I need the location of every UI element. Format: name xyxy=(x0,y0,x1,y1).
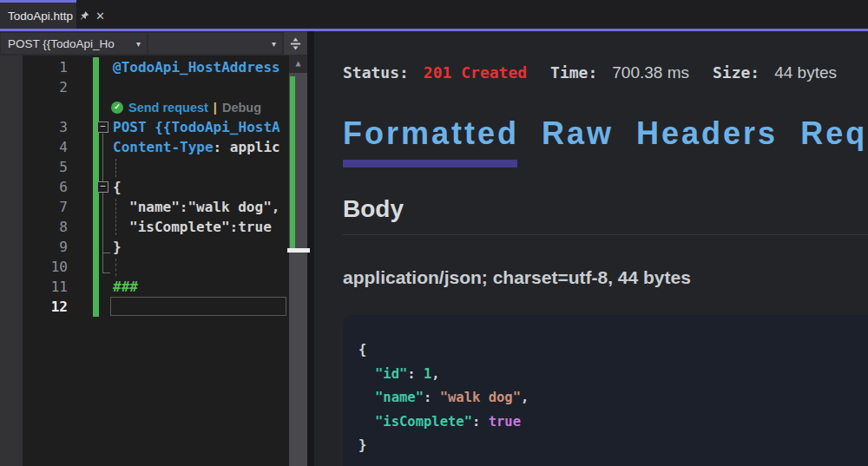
request-selector-dropdown[interactable]: POST {{TodoApi_Ho ▾ xyxy=(1,33,147,54)
code-text: } xyxy=(113,237,122,257)
tab-formatted[interactable]: Formatted xyxy=(343,115,519,163)
time-label: Time: xyxy=(550,63,597,82)
json-line: } xyxy=(358,434,868,458)
line-number: 4 xyxy=(0,137,68,157)
line-number: 8 xyxy=(0,217,68,237)
editor-line: 10 xyxy=(0,257,286,277)
editor-line: 6 − { xyxy=(0,177,286,197)
fold-collapse-icon[interactable]: − xyxy=(97,181,108,193)
code-text: @TodoApi_HostAddress xyxy=(113,57,280,77)
json-boolean: true xyxy=(489,414,521,430)
line-number: 2 xyxy=(0,77,68,97)
code-text: "isComplete":true xyxy=(129,217,272,237)
fold-collapse-icon[interactable]: − xyxy=(97,121,108,133)
code-text: POST {{TodoApi_HostA xyxy=(113,117,280,137)
scroll-up-icon[interactable]: ▲ xyxy=(289,58,307,68)
scrollbar-caret-marker xyxy=(287,248,310,253)
line-number: 3 xyxy=(0,117,68,137)
debug-link[interactable]: Debug xyxy=(222,101,261,115)
code-text: { xyxy=(113,177,122,197)
tab-title: TodoApi.http xyxy=(8,10,73,23)
chevron-down-icon: ▾ xyxy=(136,39,141,49)
response-tabs: Formatted Raw Headers Request xyxy=(343,115,868,163)
content-type-summary: application/json; charset=utf-8, 44 byte… xyxy=(343,267,691,288)
line-number: 7 xyxy=(0,197,68,217)
code-text: "name":"walk dog", xyxy=(129,197,279,217)
status-label: Status: xyxy=(343,63,409,82)
editor-line: 7 "name":"walk dog", xyxy=(0,197,286,217)
json-string: "walk dog" xyxy=(440,390,521,405)
line-number: 5 xyxy=(0,157,68,177)
json-line: "id": 1, xyxy=(358,363,868,387)
status-value: 201 Created xyxy=(424,63,527,82)
line-number: 10 xyxy=(0,257,68,277)
current-line-indicator xyxy=(110,297,286,316)
http-file-editor[interactable]: 1 @TodoApi_HostAddress 2 ✓ Send request … xyxy=(0,56,307,466)
size-value: 44 bytes xyxy=(774,63,837,82)
tab-strip: TodoApi.http ✕ xyxy=(0,0,868,29)
editor-line: 11 ### xyxy=(0,277,286,297)
close-icon[interactable]: ✕ xyxy=(95,10,105,22)
split-view-button[interactable] xyxy=(284,32,307,55)
time-value: 700.38 ms xyxy=(612,63,689,82)
codelens-separator: | xyxy=(214,101,217,115)
request-selector-value: POST {{TodoApi_Ho xyxy=(8,37,115,50)
header-value: : applic xyxy=(214,139,280,155)
line-number-current: 12 xyxy=(0,297,68,317)
line-number: 9 xyxy=(0,237,68,257)
editor-line: 2 xyxy=(0,77,286,97)
code-text: ### xyxy=(113,277,138,297)
editor-line: 9 } xyxy=(0,237,286,257)
split-view-icon xyxy=(289,37,302,50)
json-key: "isComplete" xyxy=(375,414,472,430)
codelens-row: ✓ Send request | Debug xyxy=(0,97,286,117)
editor-line: 1 @TodoApi_HostAddress xyxy=(0,57,286,77)
tab-todoapi-http[interactable]: TodoApi.http ✕ xyxy=(0,0,76,29)
header-name: Content-Type xyxy=(113,139,214,155)
line-number: 6 xyxy=(0,177,68,197)
json-key: "name" xyxy=(375,390,424,405)
http-editor-toolbar: POST {{TodoApi_Ho ▾ ▾ xyxy=(0,31,307,56)
environment-selector-dropdown[interactable]: ▾ xyxy=(148,33,282,54)
editor-line: 3 − POST {{TodoApi_HostA xyxy=(0,117,286,137)
json-line: { xyxy=(358,338,868,363)
json-line: "isComplete": true xyxy=(358,410,868,435)
chevron-down-icon: ▾ xyxy=(272,39,276,49)
line-number: 1 xyxy=(0,57,68,77)
check-circle-icon: ✓ xyxy=(111,102,123,114)
size-label: Size: xyxy=(713,63,760,82)
send-request-link[interactable]: Send request xyxy=(128,101,208,115)
json-key: "id" xyxy=(375,366,407,382)
response-status-row: Status: 201 Created Time: 700.38 ms Size… xyxy=(343,63,837,82)
pin-icon[interactable] xyxy=(79,10,89,21)
json-line: "name": "walk dog", xyxy=(358,386,868,410)
json-number: 1 xyxy=(424,366,431,382)
editor-line: 4 Content-Type: applic xyxy=(0,137,286,157)
tab-raw[interactable]: Raw xyxy=(542,115,614,163)
tab-request[interactable]: Request xyxy=(800,115,868,163)
response-pane: Status: 201 Created Time: 700.38 ms Size… xyxy=(314,31,868,466)
tab-headers[interactable]: Headers xyxy=(636,115,778,163)
body-heading: Body xyxy=(343,195,404,223)
scrollbar-change-marks xyxy=(290,76,295,249)
line-number: 11 xyxy=(0,277,68,297)
editor-line: 5 xyxy=(0,157,286,177)
editor-scrollbar[interactable]: ▲ xyxy=(289,56,307,466)
editor-line: 8 "isComplete":true xyxy=(0,217,286,237)
response-body-json[interactable]: { "id": 1, "name": "walk dog", "isComple… xyxy=(343,315,868,466)
section-divider xyxy=(343,234,868,235)
